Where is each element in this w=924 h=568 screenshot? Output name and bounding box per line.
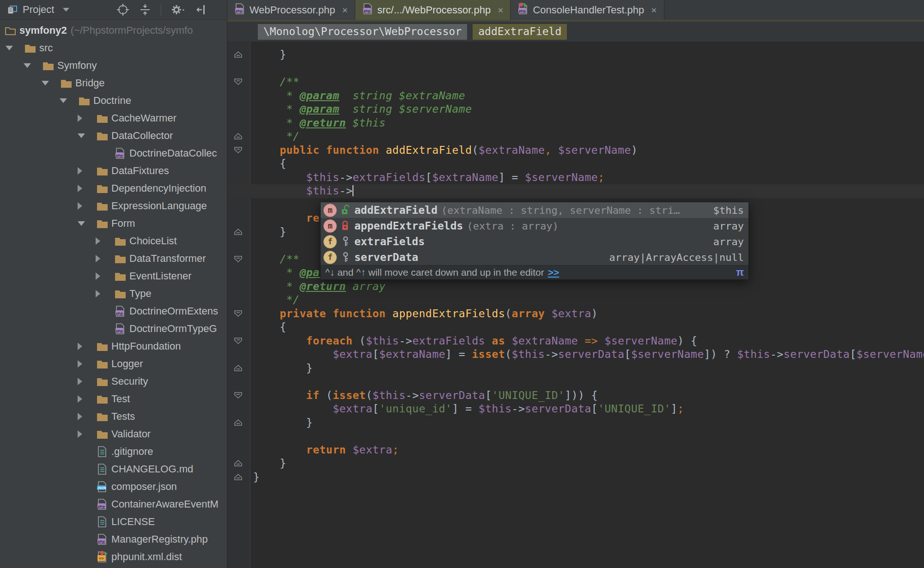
chevron-collapsed-icon[interactable] — [78, 413, 97, 420]
code-line-23[interactable]: $extra[$extraName] = isset($this->server… — [253, 348, 924, 362]
close-icon[interactable]: × — [498, 5, 503, 16]
chevron-collapsed-icon[interactable] — [78, 167, 97, 175]
fold-close-icon[interactable] — [234, 419, 243, 428]
completion-item-extraFields[interactable]: fextraFieldsarray — [321, 234, 748, 249]
completion-hint-more-link[interactable]: >> — [548, 267, 559, 278]
code-line-3[interactable]: /** — [253, 75, 924, 89]
locate-file-icon[interactable] — [116, 3, 129, 16]
fold-close-icon[interactable] — [234, 364, 243, 374]
tree-item-datacollector[interactable]: DataCollector — [0, 127, 227, 145]
fold-close-icon[interactable] — [234, 51, 243, 60]
code-line-11[interactable]: $this-> — [227, 184, 924, 198]
code-line-1[interactable]: } — [253, 48, 924, 62]
fold-open-icon[interactable] — [234, 255, 243, 265]
chevron-collapsed-icon[interactable] — [96, 237, 115, 245]
tree-item-security[interactable]: Security — [0, 373, 227, 390]
tree-item-doctrine[interactable]: Doctrine — [0, 92, 227, 109]
code-line-27[interactable]: $extra['unique_id'] = $this->serverData[… — [253, 402, 924, 416]
code-lines[interactable]: } /** * @param string $extraName * @para… — [250, 42, 924, 568]
tree-item-symfony2[interactable]: symfony2(~/PhpstormProjects/symfo — [0, 22, 227, 39]
tree-item-dependencyinjection[interactable]: DependencyInjection — [0, 180, 227, 197]
chevron-collapsed-icon[interactable] — [78, 378, 97, 385]
hide-panel-icon[interactable] — [195, 3, 208, 16]
tree-item-expressionlanguage[interactable]: ExpressionLanguage — [0, 197, 227, 215]
code-line-26[interactable]: if (isset($this->serverData['UNIQUE_ID']… — [253, 389, 924, 403]
code-line-20[interactable]: private function appendExtraFields(array… — [253, 307, 924, 321]
tab-consolehandlertest-php[interactable]: phpConsoleHandlerTest.php× — [511, 0, 664, 20]
chevron-collapsed-icon[interactable] — [96, 290, 115, 297]
tree-item-doctrineormtypeg[interactable]: phpDoctrineOrmTypeG — [0, 320, 227, 338]
code-line-2[interactable] — [253, 62, 924, 76]
chevron-expanded-icon[interactable] — [78, 133, 97, 138]
tree-item-form[interactable]: Form — [0, 215, 227, 232]
fold-open-icon[interactable] — [234, 337, 243, 346]
tree-item-test[interactable]: Test — [0, 390, 227, 408]
tree-item-validator[interactable]: Validator — [0, 425, 227, 443]
chevron-expanded-icon[interactable] — [42, 81, 61, 85]
chevron-expanded-icon[interactable] — [60, 98, 79, 103]
code-line-19[interactable]: */ — [253, 293, 924, 307]
code-line-28[interactable]: } — [253, 416, 924, 430]
tree-item-changelog.md[interactable]: CHANGELOG.md — [0, 460, 227, 478]
close-icon[interactable]: × — [651, 5, 657, 16]
code-line-18[interactable]: * @return array — [253, 280, 924, 294]
fold-open-icon[interactable] — [234, 310, 243, 319]
fold-close-icon[interactable] — [234, 473, 243, 483]
fold-open-icon[interactable] — [234, 146, 243, 156]
code-line-6[interactable]: * @return $this — [253, 116, 924, 130]
tree-item-datatransformer[interactable]: DataTransformer — [0, 250, 227, 267]
completion-item-appendExtraFields[interactable]: mappendExtraFields(extra : array)array — [321, 218, 748, 234]
tree-item-eventlistener[interactable]: EventListener — [0, 267, 227, 285]
project-view-selector[interactable]: Project — [6, 4, 69, 16]
tree-item-cachewarmer[interactable]: CacheWarmer — [0, 109, 227, 127]
tree-item-doctrinedatacollec[interactable]: phpDoctrineDataCollec — [0, 145, 227, 162]
code-line-31[interactable]: } — [253, 457, 924, 471]
code-line-30[interactable]: return $extra; — [253, 443, 924, 457]
tree-item-containerawareeventm[interactable]: phpContainerAwareEventM — [0, 495, 227, 513]
code-editor[interactable]: } /** * @param string $extraName * @para… — [227, 42, 924, 568]
completion-item-serverData[interactable]: fserverDataarray|ArrayAccess|null — [321, 249, 748, 265]
tree-item-type[interactable]: Type — [0, 285, 227, 302]
fold-close-icon[interactable] — [234, 459, 243, 469]
chevron-collapsed-icon[interactable] — [78, 430, 97, 438]
chevron-expanded-icon[interactable] — [6, 46, 24, 50]
code-line-32[interactable]: } — [253, 471, 924, 484]
tree-item-choicelist[interactable]: ChoiceList — [0, 232, 227, 250]
tree-item-tests[interactable]: Tests — [0, 408, 227, 425]
tree-item-clipped[interactable] — [0, 566, 227, 568]
tree-item-managerregistry.php[interactable]: phpManagerRegistry.php — [0, 531, 227, 548]
code-line-25[interactable] — [253, 375, 924, 389]
chevron-collapsed-icon[interactable] — [78, 360, 97, 368]
chevron-expanded-icon[interactable] — [78, 221, 97, 226]
collapse-all-icon[interactable] — [139, 3, 152, 16]
breadcrumb-class-chip[interactable]: \Monolog\Processor\WebProcessor — [258, 24, 467, 40]
code-line-4[interactable]: * @param string $extraName — [253, 89, 924, 103]
chevron-expanded-icon[interactable] — [24, 63, 43, 68]
tab-webprocessor-php[interactable]: phpWebProcessor.php× — [227, 0, 355, 20]
chevron-collapsed-icon[interactable] — [78, 202, 97, 210]
tree-item-bridge[interactable]: Bridge — [0, 74, 227, 92]
settings-gear-icon[interactable] — [170, 3, 186, 16]
tab-src-webprocessor-php[interactable]: phpsrc/.../WebProcessor.php× — [355, 0, 511, 20]
code-line-22[interactable]: foreach ($this->extraFields as $extraNam… — [253, 334, 924, 348]
code-line-9[interactable]: { — [253, 157, 924, 171]
chevron-collapsed-icon[interactable] — [78, 115, 97, 122]
tree-item-.gitignore[interactable]: .gitignore — [0, 443, 227, 460]
code-line-24[interactable]: } — [253, 362, 924, 375]
code-line-7[interactable]: */ — [253, 130, 924, 144]
code-line-21[interactable]: { — [253, 320, 924, 334]
code-line-10[interactable]: $this->extraFields[$extraName] = $server… — [253, 171, 924, 185]
tree-item-logger[interactable]: Logger — [0, 355, 227, 373]
chevron-collapsed-icon[interactable] — [78, 395, 97, 403]
tree-item-datafixtures[interactable]: DataFixtures — [0, 162, 227, 180]
code-line-29[interactable] — [253, 429, 924, 443]
fold-open-icon[interactable] — [234, 392, 243, 401]
completion-item-addExtraField[interactable]: maddExtraField(extraName : string, serve… — [321, 202, 748, 218]
chevron-collapsed-icon[interactable] — [96, 255, 115, 262]
chevron-collapsed-icon[interactable] — [78, 185, 97, 192]
tree-item-composer.json[interactable]: JSONcomposer.json — [0, 478, 227, 495]
chevron-collapsed-icon[interactable] — [78, 343, 97, 350]
tree-item-src[interactable]: src — [0, 39, 227, 57]
close-icon[interactable]: × — [342, 5, 347, 16]
tree-item-httpfoundation[interactable]: HttpFoundation — [0, 338, 227, 355]
